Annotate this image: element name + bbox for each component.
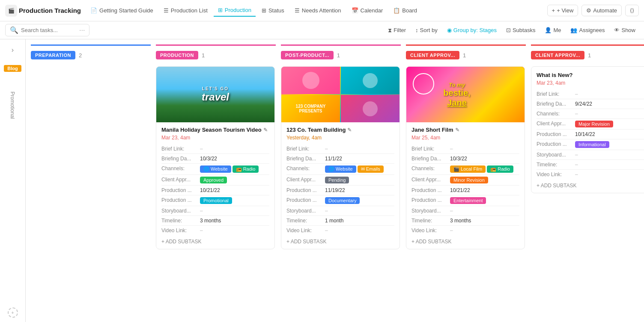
board-area: PREPARATION 2 PRODUCTION 1 LET <box>26 39 644 322</box>
subtasks-button[interactable]: ⊡ Subtasks <box>503 25 539 35</box>
card-title-whatsnew: What is New? <box>537 72 644 78</box>
add-subtask-manila[interactable]: + ADD SUBTASK <box>156 235 274 245</box>
column-client-approval: CLIENT APPROV... 1 To my bestie, Jane <box>406 44 526 317</box>
add-subtask-company[interactable]: + ADD SUBTASK <box>281 235 400 245</box>
edit-icon-company[interactable]: ✎ <box>347 127 352 133</box>
card-row-brief-company: Brief Link: – <box>286 144 394 154</box>
group-button[interactable]: ◉ Group by: Stages <box>444 25 500 35</box>
tab-production[interactable]: ⊞ Production <box>214 4 256 17</box>
more-icon[interactable]: ··· <box>79 27 85 34</box>
card-whatsnew: What is New? Mar 23, 4am Brief Link: – B… <box>531 66 644 193</box>
card-row-storyboard-company: Storyboard... – <box>286 206 394 216</box>
tag-approved-manila: Approved <box>200 177 227 183</box>
tag-pending-company: Pending <box>325 177 349 183</box>
calendar-icon: 📅 <box>352 7 358 14</box>
card-row-briefing-whatsnew: Briefing Da... 9/24/22 <box>537 99 644 109</box>
search-box[interactable]: 🔍 ··· <box>5 24 89 36</box>
grid-icon: ⊞ <box>218 7 223 13</box>
card-image-manila: LET'S GO travel <box>156 67 274 122</box>
toolbar-right: ⧗ Filter ↕ Sort by ◉ Group by: Stages ⊡ … <box>385 25 639 35</box>
card-row-channels-whatsnew: Channels: – <box>537 109 644 119</box>
card-jane: To my bestie, Jane Jane Short Film ✎ Mar… <box>406 66 525 249</box>
view-button[interactable]: + + View <box>547 5 578 16</box>
tag-minor-revision-jane: Minor Revision <box>450 177 488 183</box>
tag-radio-manila: 📻 Radio <box>233 165 259 173</box>
search-input[interactable] <box>21 27 77 33</box>
sort-button[interactable]: ↕ Sort by <box>412 25 441 35</box>
automate-icon: ⚙ <box>586 7 591 14</box>
card-row-video-whatsnew: Video Link: – <box>537 170 644 179</box>
doc-icon: 📄 <box>90 7 97 14</box>
tab-calendar[interactable]: 📅 Calendar <box>347 5 388 16</box>
tab-production-list[interactable]: ☰ Production List <box>159 5 212 16</box>
me-button[interactable]: 👤 Me <box>541 25 564 35</box>
card-row-prod-type-jane: Production ... Entertainment <box>411 195 519 206</box>
add-section-button[interactable]: + <box>8 307 18 318</box>
share-button[interactable]: ⟨⟩ <box>625 5 639 16</box>
add-subtask-whatsnew[interactable]: + ADD SUBTASK <box>531 179 644 189</box>
card-date-whatsnew: Mar 23, 4am <box>537 80 644 86</box>
card-row-timeline-whatsnew: Timeline: – <box>537 160 644 170</box>
stage-count-whatsnew: 1 <box>588 52 591 59</box>
column-scroll-production: LET'S GO travel Manila Holiday Season To… <box>156 66 276 317</box>
tab-getting-started[interactable]: 📄 Getting Started Guide <box>86 5 158 16</box>
stage-count-post: 1 <box>337 52 340 59</box>
column-header-client: CLIENT APPROV... 1 <box>406 48 526 62</box>
me-icon: 👤 <box>545 27 552 33</box>
card-row-storyboard-jane: Storyboard... – <box>411 206 519 216</box>
column-header-production: PRODUCTION 1 <box>156 48 276 62</box>
card-body-company: 123 Co. Team Building ✎ Yesterday, 4am B… <box>281 122 400 235</box>
tab-board[interactable]: 📋 Board <box>389 5 421 16</box>
blog-badge: Blog <box>4 65 21 72</box>
sidebar: › Blog Promotional + <box>0 39 26 322</box>
filter-button[interactable]: ⧗ Filter <box>385 25 409 35</box>
toolbar: 🔍 ··· ⧗ Filter ↕ Sort by ◉ Group by: Sta… <box>0 21 644 39</box>
column-scroll-post: 123 COMPANYPRESENTS 123 Co. Team Buildin… <box>281 66 401 317</box>
stage-count-production: 1 <box>202 52 205 59</box>
card-image-jane: To my bestie, Jane <box>406 67 525 122</box>
card-title-manila: Manila Holiday Season Tourism Video ✎ <box>161 127 269 133</box>
card-image-company: 123 COMPANYPRESENTS <box>281 67 400 122</box>
assignees-icon: 👥 <box>570 27 577 33</box>
card-row-prod-type-whatsnew: Production ... Informational <box>537 139 644 150</box>
card-title-jane: Jane Short Film ✎ <box>411 127 519 133</box>
filter-icon: ⧗ <box>388 27 392 34</box>
card-row-video-manila: Video Link: – <box>161 226 269 235</box>
card-row-prod-type-manila: Production ... Promotional <box>161 195 269 206</box>
card-row-briefing-manila: Briefing Da... 10/3/22 <box>161 154 269 164</box>
show-button[interactable]: 👁 Show <box>611 25 639 35</box>
automate-button[interactable]: ⚙ Automate <box>581 5 622 16</box>
card-row-brief-manila: Brief Link: – <box>161 144 269 154</box>
edit-icon-manila[interactable]: ✎ <box>263 127 268 133</box>
tag-website-company: 🌐 Website <box>325 165 356 173</box>
board-icon: 📋 <box>393 7 400 14</box>
assignees-button[interactable]: 👥 Assignees <box>567 25 608 35</box>
column-header-whatsnew: CLIENT APPROV... 1 <box>531 48 644 62</box>
edit-icon-jane[interactable]: ✎ <box>455 127 459 133</box>
stage-badge-client: CLIENT APPROV... <box>406 51 459 59</box>
add-subtask-jane[interactable]: + ADD SUBTASK <box>406 235 525 245</box>
card-row-briefing-company: Briefing Da... 11/1/22 <box>286 154 394 164</box>
app-title: Production Tracking <box>19 7 81 14</box>
card-row-channels-manila: Channels: 🌐 Website 📻 Radio <box>161 164 269 175</box>
tag-website-manila: 🌐 Website <box>200 165 231 173</box>
card-date-jane: Mar 25, 4am <box>411 135 519 141</box>
tab-status[interactable]: ⊞ Status <box>257 5 289 16</box>
tag-documentary-company: Documentary <box>325 197 360 204</box>
card-date-manila: Mar 23, 4am <box>161 135 269 141</box>
card-row-prod-date-jane: Production ... 10/21/22 <box>411 186 519 195</box>
tag-local-film-jane: 🎬 Local Film <box>450 165 486 173</box>
card-row-storyboard-whatsnew: Storyboard... – <box>537 150 644 160</box>
card-body-manila: Manila Holiday Season Tourism Video ✎ Ma… <box>156 122 274 235</box>
card-row-brief-whatsnew: Brief Link: – <box>537 89 644 99</box>
card-row-channels-company: Channels: 🌐 Website ✉ Emails <box>286 164 394 175</box>
sidebar-item-promotional[interactable]: Promotional <box>9 92 15 119</box>
tag-informational-whatsnew: Informational <box>575 141 609 148</box>
sidebar-toggle[interactable]: › <box>9 44 16 56</box>
card-row-briefing-jane: Briefing Da... 10/3/22 <box>411 154 519 164</box>
status-icon: ⊞ <box>262 7 266 14</box>
column-scroll-whatsnew: What is New? Mar 23, 4am Brief Link: – B… <box>531 66 644 317</box>
tag-emails-company: ✉ Emails <box>358 165 384 173</box>
card-row-timeline-manila: Timeline: 3 months <box>161 216 269 226</box>
tab-needs-attention[interactable]: ☰ Needs Attention <box>290 5 346 16</box>
